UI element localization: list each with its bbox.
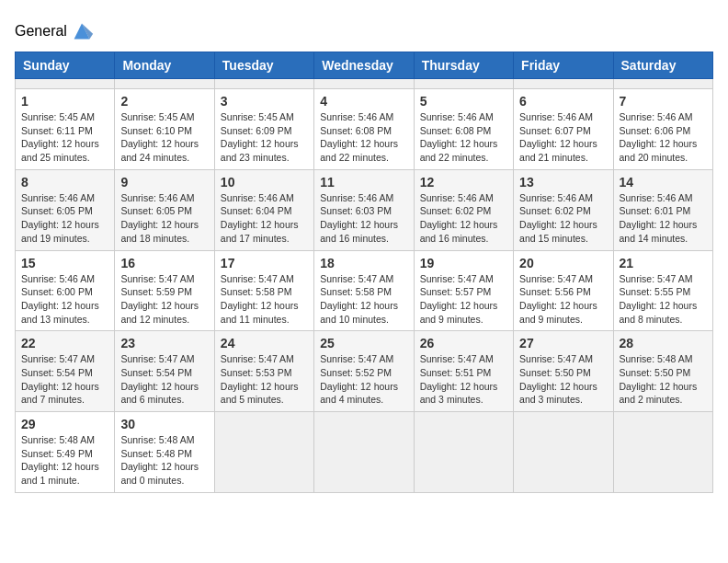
day-info: Sunrise: 5:48 AMSunset: 5:49 PMDaylight:…	[21, 433, 108, 488]
day-info: Sunrise: 5:46 AMSunset: 6:07 PMDaylight:…	[519, 110, 607, 165]
day-info: Sunrise: 5:46 AMSunset: 6:08 PMDaylight:…	[420, 110, 507, 165]
day-number: 11	[320, 175, 407, 190]
day-number: 19	[420, 256, 507, 270]
calendar-cell	[214, 79, 313, 89]
day-info: Sunrise: 5:46 AMSunset: 6:02 PMDaylight:…	[420, 191, 507, 246]
calendar-cell: 17Sunrise: 5:47 AMSunset: 5:58 PMDayligh…	[214, 250, 313, 331]
day-info: Sunrise: 5:47 AMSunset: 5:58 PMDaylight:…	[320, 272, 407, 327]
day-number: 23	[120, 336, 208, 350]
calendar-cell: 6Sunrise: 5:46 AMSunset: 6:07 PMDaylight…	[514, 89, 613, 170]
calendar-cell: 29Sunrise: 5:48 AMSunset: 5:49 PMDayligh…	[16, 412, 115, 493]
calendar-row-3: 15Sunrise: 5:46 AMSunset: 6:00 PMDayligh…	[16, 250, 713, 331]
calendar-cell: 30Sunrise: 5:48 AMSunset: 5:48 PMDayligh…	[115, 412, 214, 493]
day-info: Sunrise: 5:47 AMSunset: 5:55 PMDaylight:…	[620, 272, 707, 327]
calendar-cell: 15Sunrise: 5:46 AMSunset: 6:00 PMDayligh…	[16, 250, 115, 331]
day-number: 2	[120, 94, 208, 109]
calendar-cell: 4Sunrise: 5:46 AMSunset: 6:08 PMDaylight…	[314, 89, 414, 170]
day-number: 21	[620, 256, 707, 270]
day-info: Sunrise: 5:46 AMSunset: 6:08 PMDaylight:…	[320, 110, 407, 165]
calendar-cell: 11Sunrise: 5:46 AMSunset: 6:03 PMDayligh…	[314, 169, 414, 250]
calendar-cell: 24Sunrise: 5:47 AMSunset: 5:53 PMDayligh…	[214, 331, 313, 412]
calendar-cell	[613, 79, 712, 89]
day-number: 20	[519, 256, 607, 270]
header-cell-sunday: Sunday	[16, 52, 115, 79]
calendar-cell	[613, 412, 712, 493]
calendar-cell: 12Sunrise: 5:46 AMSunset: 6:02 PMDayligh…	[414, 169, 513, 250]
day-number: 26	[420, 336, 507, 350]
day-info: Sunrise: 5:47 AMSunset: 5:51 PMDaylight:…	[420, 352, 507, 407]
calendar-cell: 2Sunrise: 5:45 AMSunset: 6:10 PMDaylight…	[115, 89, 214, 170]
calendar-cell: 9Sunrise: 5:46 AMSunset: 6:05 PMDaylight…	[115, 169, 214, 250]
day-info: Sunrise: 5:46 AMSunset: 6:05 PMDaylight:…	[21, 191, 108, 246]
calendar-row-0	[16, 79, 713, 89]
day-number: 9	[120, 175, 208, 190]
day-number: 12	[420, 175, 507, 190]
day-number: 16	[120, 256, 208, 270]
day-number: 10	[221, 175, 308, 190]
calendar-cell: 3Sunrise: 5:45 AMSunset: 6:09 PMDaylight…	[214, 89, 313, 170]
calendar-row-2: 8Sunrise: 5:46 AMSunset: 6:05 PMDaylight…	[16, 169, 713, 250]
day-number: 27	[519, 336, 607, 350]
logo-icon	[69, 18, 95, 44]
day-info: Sunrise: 5:47 AMSunset: 5:54 PMDaylight:…	[21, 352, 108, 407]
day-info: Sunrise: 5:47 AMSunset: 5:59 PMDaylight:…	[120, 272, 208, 327]
day-info: Sunrise: 5:47 AMSunset: 5:53 PMDaylight:…	[221, 352, 308, 407]
calendar-cell: 10Sunrise: 5:46 AMSunset: 6:04 PMDayligh…	[214, 169, 313, 250]
calendar: SundayMondayTuesdayWednesdayThursdayFrid…	[15, 52, 713, 493]
day-number: 29	[21, 417, 108, 431]
day-info: Sunrise: 5:46 AMSunset: 6:02 PMDaylight:…	[519, 191, 607, 246]
day-number: 24	[221, 336, 308, 350]
calendar-cell: 7Sunrise: 5:46 AMSunset: 6:06 PMDaylight…	[613, 89, 712, 170]
calendar-row-1: 1Sunrise: 5:45 AMSunset: 6:11 PMDaylight…	[16, 89, 713, 170]
calendar-cell: 27Sunrise: 5:47 AMSunset: 5:50 PMDayligh…	[514, 331, 613, 412]
calendar-cell: 1Sunrise: 5:45 AMSunset: 6:11 PMDaylight…	[16, 89, 115, 170]
calendar-body: 1Sunrise: 5:45 AMSunset: 6:11 PMDaylight…	[16, 79, 713, 493]
day-number: 1	[21, 94, 108, 109]
header-row: SundayMondayTuesdayWednesdayThursdayFrid…	[16, 52, 713, 79]
calendar-cell	[314, 412, 414, 493]
calendar-cell: 22Sunrise: 5:47 AMSunset: 5:54 PMDayligh…	[16, 331, 115, 412]
day-info: Sunrise: 5:46 AMSunset: 6:04 PMDaylight:…	[221, 191, 308, 246]
calendar-cell	[314, 79, 414, 89]
header-cell-monday: Monday	[115, 52, 214, 79]
day-info: Sunrise: 5:48 AMSunset: 5:50 PMDaylight:…	[620, 352, 707, 407]
day-number: 18	[320, 256, 407, 270]
calendar-cell: 25Sunrise: 5:47 AMSunset: 5:52 PMDayligh…	[314, 331, 414, 412]
day-info: Sunrise: 5:45 AMSunset: 6:10 PMDaylight:…	[120, 110, 208, 165]
day-info: Sunrise: 5:47 AMSunset: 5:50 PMDaylight:…	[519, 352, 607, 407]
calendar-cell: 26Sunrise: 5:47 AMSunset: 5:51 PMDayligh…	[414, 331, 513, 412]
calendar-cell: 28Sunrise: 5:48 AMSunset: 5:50 PMDayligh…	[613, 331, 712, 412]
day-number: 5	[420, 94, 507, 109]
day-info: Sunrise: 5:45 AMSunset: 6:09 PMDaylight:…	[221, 110, 308, 165]
day-info: Sunrise: 5:46 AMSunset: 6:01 PMDaylight:…	[620, 191, 707, 246]
day-number: 28	[620, 336, 707, 350]
day-info: Sunrise: 5:46 AMSunset: 6:05 PMDaylight:…	[120, 191, 208, 246]
calendar-cell: 16Sunrise: 5:47 AMSunset: 5:59 PMDayligh…	[115, 250, 214, 331]
day-info: Sunrise: 5:46 AMSunset: 6:00 PMDaylight:…	[21, 272, 108, 327]
calendar-cell	[214, 412, 313, 493]
day-number: 30	[120, 417, 208, 431]
day-info: Sunrise: 5:47 AMSunset: 5:52 PMDaylight:…	[320, 352, 407, 407]
calendar-cell: 21Sunrise: 5:47 AMSunset: 5:55 PMDayligh…	[613, 250, 712, 331]
header-cell-thursday: Thursday	[414, 52, 513, 79]
day-info: Sunrise: 5:48 AMSunset: 5:48 PMDaylight:…	[120, 433, 208, 488]
day-number: 4	[320, 94, 407, 109]
day-info: Sunrise: 5:46 AMSunset: 6:03 PMDaylight:…	[320, 191, 407, 246]
logo-general: General	[15, 23, 67, 40]
calendar-cell	[414, 412, 513, 493]
header-cell-tuesday: Tuesday	[214, 52, 313, 79]
logo-text: General	[15, 23, 67, 40]
day-number: 3	[221, 94, 308, 109]
calendar-cell: 23Sunrise: 5:47 AMSunset: 5:54 PMDayligh…	[115, 331, 214, 412]
day-number: 7	[620, 94, 707, 109]
calendar-header: SundayMondayTuesdayWednesdayThursdayFrid…	[16, 52, 713, 79]
header-cell-wednesday: Wednesday	[314, 52, 414, 79]
calendar-cell: 14Sunrise: 5:46 AMSunset: 6:01 PMDayligh…	[613, 169, 712, 250]
day-info: Sunrise: 5:47 AMSunset: 5:56 PMDaylight:…	[519, 272, 607, 327]
day-info: Sunrise: 5:47 AMSunset: 5:57 PMDaylight:…	[420, 272, 507, 327]
header-cell-friday: Friday	[514, 52, 613, 79]
calendar-row-5: 29Sunrise: 5:48 AMSunset: 5:49 PMDayligh…	[16, 412, 713, 493]
day-info: Sunrise: 5:46 AMSunset: 6:06 PMDaylight:…	[620, 110, 707, 165]
day-number: 22	[21, 336, 108, 350]
calendar-cell: 5Sunrise: 5:46 AMSunset: 6:08 PMDaylight…	[414, 89, 513, 170]
